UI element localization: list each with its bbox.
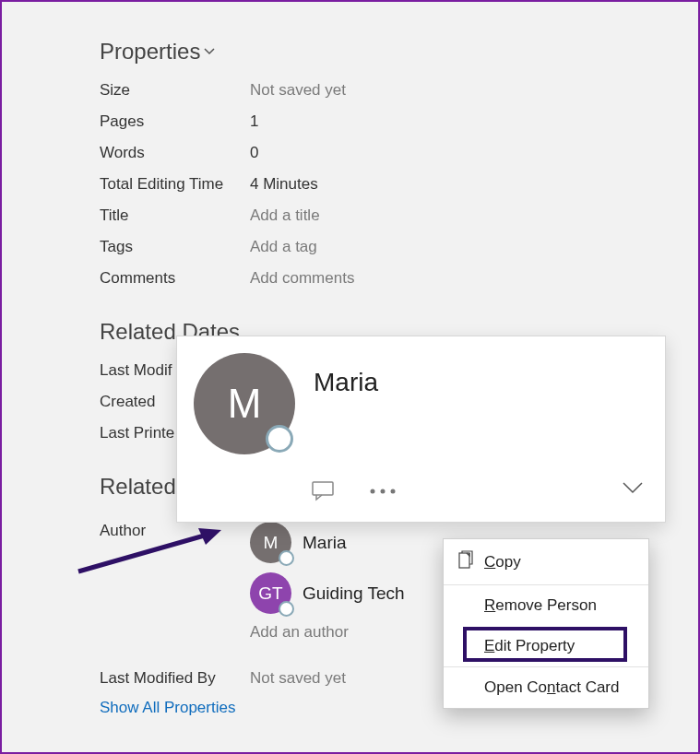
author-name: Guiding Tech — [303, 583, 405, 604]
size-value: Not saved yet — [250, 81, 346, 100]
menu-copy-label: Copy — [484, 553, 521, 571]
context-menu: Copy Remove Person Edit Property Open Co… — [443, 538, 649, 709]
tags-label: Tags — [100, 238, 250, 256]
chat-icon[interactable] — [312, 481, 336, 501]
more-icon[interactable] — [369, 488, 397, 495]
tags-input[interactable]: Add a tag — [250, 238, 317, 256]
menu-edit-property[interactable]: Edit Property — [444, 626, 648, 666]
title-input[interactable]: Add a title — [250, 206, 320, 225]
chevron-down-icon — [204, 48, 215, 55]
last-modified-by-label: Last Modified By — [100, 669, 250, 688]
title-label: Title — [100, 206, 250, 225]
properties-heading[interactable]: Properties — [100, 39, 698, 65]
svg-point-3 — [391, 489, 396, 494]
menu-edit-property-label: Edit Property — [484, 637, 575, 655]
author-item[interactable]: M Maria — [250, 522, 405, 563]
last-modified-by-value: Not saved yet — [250, 669, 346, 688]
property-row-comments: Comments Add comments — [100, 265, 698, 291]
tet-label: Total Editing Time — [100, 175, 250, 194]
presence-icon — [266, 425, 293, 453]
menu-open-contact-card[interactable]: Open Contact Card — [444, 667, 648, 708]
menu-remove-person[interactable]: Remove Person — [444, 585, 648, 626]
author-item[interactable]: GT Guiding Tech — [250, 572, 405, 614]
copy-icon — [458, 550, 475, 573]
svg-point-2 — [381, 489, 386, 494]
properties-heading-text: Properties — [100, 39, 200, 65]
add-author-button[interactable]: Add an author — [250, 623, 405, 642]
pages-label: Pages — [100, 112, 250, 131]
words-value: 0 — [250, 144, 258, 162]
author-label: Author — [100, 512, 250, 642]
contact-avatar: M — [194, 353, 295, 454]
menu-open-contact-card-label: Open Contact Card — [484, 678, 620, 697]
pages-value: 1 — [250, 112, 258, 131]
contact-avatar-initial: M — [228, 381, 262, 427]
property-row-size: Size Not saved yet — [100, 77, 698, 103]
property-row-total-editing-time: Total Editing Time 4 Minutes — [100, 171, 698, 197]
property-row-pages: Pages 1 — [100, 109, 698, 135]
svg-point-1 — [371, 489, 375, 494]
avatar-initials: M — [264, 533, 279, 553]
property-row-title: Title Add a title — [100, 203, 698, 229]
document-info-panel: Properties Size Not saved yet Pages 1 Wo… — [0, 0, 700, 754]
menu-remove-person-label: Remove Person — [484, 596, 597, 615]
presence-icon — [279, 601, 294, 617]
tet-value: 4 Minutes — [250, 175, 318, 194]
menu-copy[interactable]: Copy — [444, 539, 648, 584]
words-label: Words — [100, 144, 250, 162]
svg-rect-0 — [313, 482, 333, 495]
property-row-tags: Tags Add a tag — [100, 234, 698, 260]
presence-icon — [279, 550, 294, 566]
svg-rect-4 — [459, 553, 469, 568]
authors-list: M Maria GT Guiding Tech Add an author — [250, 512, 405, 642]
contact-card-popup: M Maria — [176, 336, 666, 523]
expand-chevron-icon[interactable] — [623, 481, 643, 500]
contact-actions — [312, 481, 397, 501]
comments-input[interactable]: Add comments — [250, 269, 354, 288]
avatar-initials: GT — [258, 583, 282, 604]
comments-label: Comments — [100, 269, 250, 288]
contact-name: Maria — [314, 368, 378, 397]
property-row-words: Words 0 — [100, 140, 698, 166]
size-label: Size — [100, 81, 250, 100]
avatar: M — [250, 522, 291, 563]
avatar: GT — [250, 572, 291, 614]
author-name: Maria — [303, 533, 347, 553]
